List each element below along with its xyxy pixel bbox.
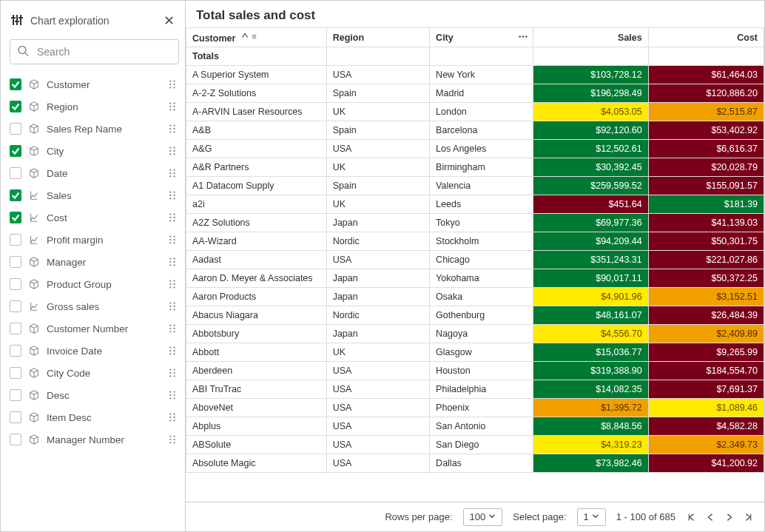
drag-handle-icon[interactable] [166, 322, 179, 335]
sidebar-item-manager[interactable]: Manager [10, 251, 179, 273]
sidebar-item-region[interactable]: Region [10, 95, 179, 118]
table-row[interactable]: A1 Datacom SupplySpainValencia$259,599.5… [186, 177, 764, 195]
table-row[interactable]: Absolute MagicUSADallas$73,982.46$41,200… [186, 454, 764, 473]
sidebar-item-item-desc[interactable]: Item Desc [10, 406, 179, 428]
checkbox[interactable] [10, 234, 21, 246]
cell-customer: A&R Partners [186, 158, 327, 177]
checkbox[interactable] [10, 145, 21, 157]
sidebar-item-gross-sales[interactable]: Gross sales [10, 295, 179, 317]
cell-region: USA [326, 380, 429, 399]
drag-handle-icon[interactable] [166, 388, 179, 402]
table-row[interactable]: A&GUSALos Angeles$12,502.61$6,616.37 [186, 140, 764, 158]
search-icon [17, 45, 29, 59]
table-row[interactable]: Aaron D. Meyer & AssociatesJapanYokohama… [186, 269, 764, 288]
drag-handle-icon[interactable] [166, 211, 179, 224]
checkbox[interactable] [10, 345, 21, 357]
sidebar-item-city[interactable]: City [10, 140, 179, 162]
more-icon[interactable] [518, 31, 528, 44]
checkbox[interactable] [10, 167, 21, 179]
drag-handle-icon[interactable] [166, 300, 179, 313]
drag-handle-icon[interactable] [166, 255, 179, 269]
drag-handle-icon[interactable] [166, 366, 179, 380]
table-row[interactable]: AboveNetUSAPhoenix$1,395.72$1,089.46 [186, 399, 764, 417]
column-header-city[interactable]: City [430, 28, 533, 47]
drag-handle-icon[interactable] [166, 433, 179, 446]
table-row[interactable]: AadastUSAChicago$351,243.31$221,027.86 [186, 251, 764, 269]
table-row[interactable]: ABI TruTracUSAPhiladelphia$14,082.35$7,6… [186, 380, 764, 399]
table-row[interactable]: A2Z SolutionsJapanTokyo$69,977.36$41,139… [186, 214, 764, 232]
table-row[interactable]: ABSoluteUSASan Diego$4,319.23$2,349.73 [186, 436, 764, 454]
column-header-region[interactable]: Region [326, 28, 429, 47]
table-row[interactable]: AberdeenUSAHouston$319,388.90$184,554.70 [186, 362, 764, 380]
table-scroll-area[interactable]: Total sales and cost Customer≡RegionCity… [186, 1, 764, 502]
drag-handle-icon[interactable] [166, 233, 179, 246]
column-header-customer[interactable]: Customer≡ [186, 28, 327, 47]
checkbox[interactable] [10, 323, 21, 334]
checkbox[interactable] [10, 256, 21, 268]
sidebar-item-city-code[interactable]: City Code [10, 362, 179, 384]
table-row[interactable]: a2iUKLeeds$451.64$181.39 [186, 195, 764, 214]
table-row[interactable]: AbbotsburyJapanNagoya$4,556.70$2,409.89 [186, 325, 764, 343]
drag-handle-icon[interactable] [166, 122, 179, 135]
close-icon[interactable]: ✕ [161, 11, 178, 30]
table-row[interactable]: A&R PartnersUKBirmingham$30,392.45$20,02… [186, 158, 764, 177]
table-row[interactable]: A&BSpainBarcelona$92,120.60$53,402.92 [186, 121, 764, 140]
search-input[interactable] [10, 39, 179, 64]
cell-region: Japan [326, 325, 429, 343]
drag-handle-icon[interactable] [166, 411, 179, 424]
checkbox[interactable] [10, 101, 21, 112]
sidebar-item-product-group[interactable]: Product Group [10, 273, 179, 295]
checkbox[interactable] [10, 389, 21, 401]
table-row[interactable]: Abacus NiagaraNordicGothenburg$48,161.07… [186, 306, 764, 325]
sidebar-item-manager-number[interactable]: Manager Number [10, 428, 179, 451]
dimension-icon [29, 412, 39, 422]
next-page-button[interactable] [724, 512, 735, 522]
table-row[interactable]: AA-WizardNordicStockholm$94,209.44$50,30… [186, 232, 764, 251]
table-row[interactable]: Aaron ProductsJapanOsaka$4,901.96$3,152.… [186, 288, 764, 306]
sidebar-item-invoice-date[interactable]: Invoice Date [10, 340, 179, 362]
sidebar-item-desc[interactable]: Desc [10, 384, 179, 406]
cell-city: Houston [430, 362, 533, 380]
sidebar-item-customer-number[interactable]: Customer Number [10, 317, 179, 340]
sidebar-item-sales[interactable]: Sales [10, 184, 179, 206]
table-row[interactable]: AbplusUSASan Antonio$8,848.56$4,582.28 [186, 417, 764, 436]
sidebar-item-profit-margin[interactable]: Profit margin [10, 229, 179, 251]
drag-handle-icon[interactable] [166, 277, 179, 291]
sidebar-item-customer[interactable]: Customer [10, 73, 179, 95]
drag-handle-icon[interactable] [166, 344, 179, 357]
first-page-button[interactable] [686, 512, 696, 522]
column-header-sales[interactable]: Sales [533, 28, 648, 47]
rows-per-page-select[interactable]: 100 [463, 508, 503, 526]
drag-handle-icon[interactable] [166, 144, 179, 158]
sidebar-item-sales-rep-name[interactable]: Sales Rep Name [10, 118, 179, 140]
drag-handle-icon[interactable] [166, 166, 179, 180]
cell-city: Leeds [430, 195, 533, 214]
table-row[interactable]: A Superior SystemUSANew York$103,728.12$… [186, 66, 764, 84]
drag-handle-icon[interactable] [166, 78, 179, 91]
last-page-button[interactable] [744, 512, 754, 522]
checkbox[interactable] [10, 78, 21, 90]
column-header-cost[interactable]: Cost [648, 28, 764, 47]
checkbox[interactable] [10, 434, 21, 445]
checkbox[interactable] [10, 300, 21, 312]
table-row[interactable]: A-ARVIN Laser ResourcesUKLondon$4,053.05… [186, 103, 764, 121]
sidebar-item-date[interactable]: Date [10, 162, 179, 184]
checkbox[interactable] [10, 123, 21, 135]
table-row[interactable]: AbbottUKGlasgow$15,036.77$9,265.99 [186, 343, 764, 362]
table-row[interactable]: A-2-Z SolutionsSpainMadrid$196,298.49$12… [186, 84, 764, 103]
table-title: Total sales and cost [186, 1, 764, 27]
cell-region: USA [326, 417, 429, 436]
dimension-icon [29, 390, 39, 400]
drag-handle-icon[interactable] [166, 189, 179, 202]
drag-handle-icon[interactable] [166, 100, 179, 113]
checkbox[interactable] [10, 367, 21, 379]
checkbox[interactable] [10, 278, 21, 290]
sidebar-item-cost[interactable]: Cost [10, 206, 179, 229]
cell-sales: $4,901.96 [533, 288, 648, 306]
checkbox[interactable] [10, 411, 21, 423]
dimension-icon [29, 101, 39, 112]
prev-page-button[interactable] [705, 512, 715, 522]
select-page-select[interactable]: 1 [577, 508, 606, 526]
checkbox[interactable] [10, 212, 21, 223]
checkbox[interactable] [10, 189, 21, 201]
